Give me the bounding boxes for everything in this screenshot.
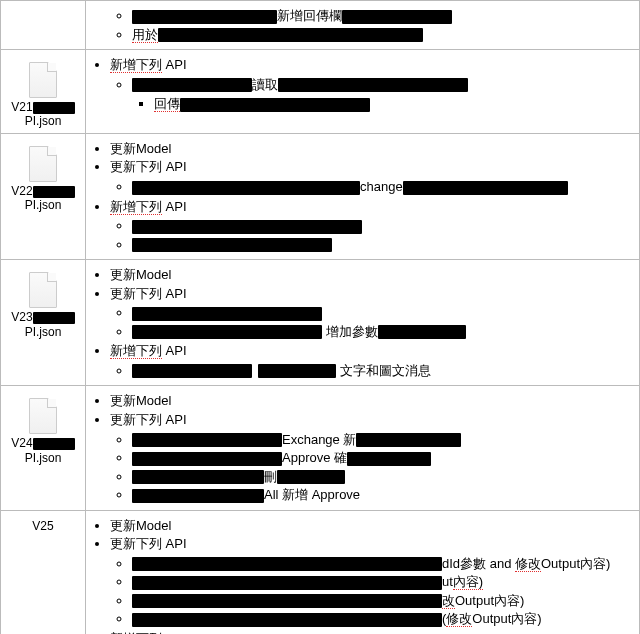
text-fragment: 更新下列 API (110, 536, 187, 551)
changes-cell: 更新Model更新下列 APIdId參數 and 修改Output內容)ut內容… (86, 510, 640, 634)
text-fragment: 文字和圖文消息 (336, 363, 431, 378)
redacted-block (33, 438, 75, 450)
text-fragment: API (162, 57, 187, 72)
text-fragment: API (162, 199, 187, 214)
table-row: V21PI.json新增下列 API讀取回傳 (1, 50, 640, 134)
change-item: 新增下列 API感謝詞 (110, 630, 633, 634)
change-item (132, 236, 633, 254)
version-label: V22 (11, 184, 32, 198)
text-fragment: Output內容) (541, 556, 610, 571)
change-sublist: 文字和圖文消息 (110, 362, 633, 380)
change-item: 更新Model (110, 266, 633, 284)
change-item: 更新下列 APIchange (110, 158, 633, 195)
text-fragment: ut (442, 574, 453, 589)
change-item: 新增下列 API (110, 198, 633, 254)
change-item: 更新Model (110, 392, 633, 410)
changes-cell: 新增下列 API讀取回傳 (86, 50, 640, 134)
change-item: 新增下列 API讀取回傳 (110, 56, 633, 113)
redacted-block (378, 325, 466, 339)
change-item: 更新下列 APIdId參數 and 修改Output內容)ut內容)改Outpu… (110, 535, 633, 628)
redacted-block (158, 28, 423, 42)
redacted-block (277, 470, 345, 484)
change-item: 更新下列 API 增加參數 (110, 285, 633, 341)
redacted-block (33, 102, 75, 114)
change-item: 文字和圖文消息 (132, 362, 633, 380)
file-suffix: PI.json (7, 325, 79, 339)
redacted-block (33, 312, 75, 324)
text-fragment: 更新Model (110, 518, 171, 533)
table-row: V25更新Model更新下列 APIdId參數 and 修改Output內容)u… (1, 510, 640, 634)
text-fragment: 新增下列 (110, 343, 162, 359)
change-item: 更新下列 APIExchange 新Approve 確認刪All 新增 Appr… (110, 411, 633, 504)
change-list: 新增回傳欄用於 (92, 7, 633, 43)
change-list: 更新Model更新下列 APIdId參數 and 修改Output內容)ut內容… (92, 517, 633, 634)
change-item (132, 304, 633, 322)
redacted-block (132, 10, 277, 24)
change-sublist (110, 217, 633, 253)
redacted-block (132, 364, 252, 378)
changes-cell: 更新Model更新下列 APIExchange 新Approve 確認刪All … (86, 386, 640, 510)
text-fragment: Exchange 新 (282, 432, 356, 447)
text-fragment: 新增下列 (110, 199, 162, 215)
version-cell: V24PI.json (1, 386, 86, 510)
redacted-block (132, 181, 360, 195)
redacted-block (132, 470, 264, 484)
change-sublist: 回傳 (132, 95, 633, 113)
change-item: 新增下列 API 文字和圖文消息 (110, 342, 633, 379)
text-fragment: 刪 (264, 469, 277, 484)
file-suffix: PI.json (7, 114, 79, 128)
file-icon (29, 272, 57, 308)
changes-cell: 更新Model更新下列 API 增加參數新增下列 API 文字和圖文消息 (86, 260, 640, 386)
text-fragment: dId參數 and (442, 556, 515, 571)
file-name: V24PI.json (7, 436, 79, 465)
redacted-block (33, 186, 75, 198)
text-fragment: 修改 (446, 611, 472, 627)
text-fragment: 新增回傳欄 (277, 8, 342, 23)
version-cell: V25 (1, 510, 86, 634)
text-fragment: 新增下列 (110, 57, 162, 73)
file-name: V25 (7, 519, 79, 533)
text-fragment: 改 (442, 593, 455, 609)
change-item: 更新Model (110, 140, 633, 158)
redacted-block (132, 613, 442, 627)
version-label: V25 (32, 519, 53, 533)
redacted-block (258, 364, 336, 378)
table-row: 新增回傳欄用於 (1, 1, 640, 50)
file-suffix: PI.json (7, 451, 79, 465)
redacted-block (132, 220, 362, 234)
change-sublist: 新增回傳欄用於 (110, 7, 633, 43)
change-item: dId參數 and 修改Output內容) (132, 555, 633, 573)
change-item: Approve 確認 (132, 449, 633, 467)
change-list: 新增下列 API讀取回傳 (92, 56, 633, 113)
file-suffix: PI.json (7, 198, 79, 212)
change-item: 改Output內容) (132, 592, 633, 610)
change-item: (修改Output內容) (132, 610, 633, 628)
change-sublist: dId參數 and 修改Output內容)ut內容)改Output內容)(修改O… (110, 555, 633, 628)
table-row: V24PI.json更新Model更新下列 APIExchange 新Appro… (1, 386, 640, 510)
text-fragment: 下列 (136, 159, 166, 174)
change-item: 刪 (132, 468, 633, 486)
redacted-block (347, 452, 431, 466)
text-fragment: 讀取 (252, 77, 278, 92)
redacted-block (132, 307, 322, 321)
text-fragment: 回傳 (154, 96, 180, 112)
text-fragment: API (166, 159, 187, 174)
change-list: 更新Model更新下列 APIExchange 新Approve 確認刪All … (92, 392, 633, 503)
text-fragment: change (360, 179, 403, 194)
change-list: 更新Model更新下列 API 增加參數新增下列 API 文字和圖文消息 (92, 266, 633, 379)
text-fragment: 更新Model (110, 141, 171, 156)
text-fragment: Approve 確 (282, 450, 347, 465)
text-fragment: 更新下列 API (110, 412, 187, 427)
redacted-block (342, 10, 452, 24)
change-list: 更新Model更新下列 APIchange新增下列 API (92, 140, 633, 253)
redacted-block (403, 181, 568, 195)
change-item: ut內容) (132, 573, 633, 591)
redacted-block (132, 238, 332, 252)
redacted-block (278, 78, 468, 92)
changes-cell: 更新Model更新下列 APIchange新增下列 API (86, 133, 640, 259)
text-fragment: Output內容) (472, 611, 541, 626)
change-item: change (132, 178, 633, 196)
change-item: All 新增 Approve (132, 486, 633, 504)
version-cell: V23PI.json (1, 260, 86, 386)
table-row: V22PI.json更新Model更新下列 APIchange新增下列 API (1, 133, 640, 259)
